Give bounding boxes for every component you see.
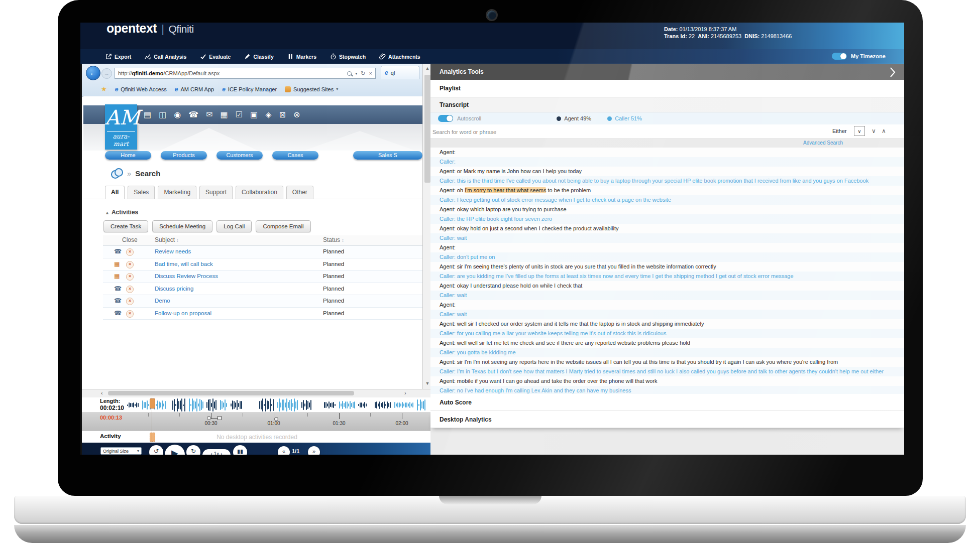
transcript-line[interactable]: Caller: wait	[430, 233, 904, 243]
table-row[interactable]: ☎✕DemoPlanned	[103, 295, 422, 308]
transcript-line[interactable]: Caller: no I've had enough I'm calling L…	[430, 386, 904, 394]
analytics-tools-header[interactable]: Analytics Tools	[430, 64, 904, 80]
playback-speed-control[interactable]: ‹ 1x ›	[202, 449, 231, 455]
search-icon[interactable]	[347, 71, 352, 76]
calendar-icon[interactable]: ▦	[221, 110, 228, 119]
tab-other[interactable]: Other	[286, 186, 313, 199]
selection-handle[interactable]	[274, 417, 278, 421]
horizontal-scrollbar[interactable]: ‹ ›	[82, 389, 432, 397]
transcript-line[interactable]: Caller: the HP elite book eight four sev…	[430, 214, 904, 224]
close-icon[interactable]: ×	[369, 70, 372, 76]
toolbar-item-stopwatch[interactable]: Stopwatch	[330, 53, 366, 60]
close-circle-icon[interactable]: ⊗	[293, 110, 300, 119]
transcript-line[interactable]: Caller:	[430, 157, 904, 167]
refresh-icon[interactable]: ↻	[361, 70, 365, 77]
transcript-line[interactable]: Agent: okay hold on just a second when I…	[430, 224, 904, 233]
transcript-line[interactable]: Agent: sir I'm seeing there's plenty of …	[430, 262, 904, 272]
transcript-line[interactable]: Agent: well well sir let me let me check…	[430, 338, 904, 348]
nav-products[interactable]: Products	[161, 151, 207, 160]
nav-home[interactable]: Home	[105, 151, 151, 160]
transcript-line[interactable]: Agent: mobile if you want I can go ahead…	[430, 376, 904, 386]
close-icon[interactable]: ✕	[126, 310, 134, 318]
toolbar-item-markers[interactable]: Markers	[287, 53, 316, 60]
create-task-button[interactable]: Create Task	[103, 220, 148, 232]
sort-icon[interactable]: ↕	[176, 237, 179, 243]
tab-sales[interactable]: Sales	[128, 186, 155, 199]
compose-email-button[interactable]: Compose Email	[256, 220, 310, 232]
close-icon[interactable]: ✕	[126, 248, 134, 256]
section-desktop-analytics[interactable]: Desktop Analytics	[430, 411, 904, 428]
timeline-ruler[interactable]: 00:00:13 00:3001:0001:3002:00	[82, 413, 432, 431]
section-auto-score[interactable]: Auto Score	[430, 394, 904, 411]
table-row[interactable]: ☎✕Review needsPlanned	[103, 246, 422, 258]
favorites-star-icon[interactable]: ★	[101, 85, 107, 93]
log-call-button[interactable]: Log Call	[216, 220, 252, 232]
phone-icon[interactable]: ☎	[188, 110, 198, 119]
transcript-line[interactable]: Caller: wait	[430, 310, 904, 319]
subject-link[interactable]: Discuss pricing	[155, 286, 193, 292]
address-bar[interactable]: http://qfiniti-demo/CRMApp/Default.aspx …	[115, 68, 376, 79]
toolbar-item-evaluate[interactable]: Evaluate	[200, 53, 231, 60]
favorite-qfiniti-web-access[interactable]: eQfiniti Web Access	[115, 86, 167, 93]
close-icon[interactable]: ✕	[126, 273, 134, 281]
table-row[interactable]: ☎✕Discuss pricingPlanned	[103, 283, 422, 296]
previous-call-button[interactable]: «	[278, 446, 290, 455]
tab-collaboration[interactable]: Collaboration	[236, 186, 283, 199]
toolbar-item-export[interactable]: Export	[105, 53, 131, 60]
marker-button[interactable]: ▮▮	[233, 445, 247, 455]
match-mode-select[interactable]: ∨	[854, 126, 865, 136]
transcript-line[interactable]: Caller: you gotta be kidding me	[430, 348, 904, 357]
selection-handles[interactable]	[207, 416, 222, 420]
coins-icon[interactable]: ◉	[174, 110, 181, 119]
scroll-right-icon[interactable]: ›	[404, 390, 406, 396]
briefcase-icon[interactable]: ◫	[159, 110, 166, 119]
transcript-line[interactable]: Caller: I keep getting out of stock erro…	[430, 195, 904, 205]
notes-icon[interactable]: ▣	[250, 110, 258, 119]
subject-link[interactable]: Discuss Review Process	[155, 273, 218, 279]
transcript-line[interactable]: Agent:	[430, 148, 904, 157]
transcript-search-input[interactable]	[431, 125, 775, 138]
close-icon[interactable]: ✕	[126, 286, 134, 293]
scrollbar-thumb[interactable]	[108, 391, 354, 395]
mail-icon[interactable]: ✉	[206, 110, 212, 119]
transcript-line[interactable]: Agent: oh I'm sorry to hear that what se…	[430, 186, 904, 195]
nav-sales-s[interactable]: Sales S	[353, 151, 422, 160]
transcript-line[interactable]: Agent:	[430, 243, 904, 252]
autoscroll-toggle[interactable]	[438, 115, 453, 122]
transcript-line[interactable]: Agent: sir I'm I'm not seeing any report…	[430, 357, 904, 367]
search-doc-icon[interactable]: ◈	[265, 110, 271, 119]
next-match-icon[interactable]: ∨	[872, 127, 876, 134]
section-transcript[interactable]: Transcript	[430, 97, 904, 112]
toolbar-item-attachments[interactable]: Attachments	[379, 53, 420, 60]
calendar-close-icon[interactable]: ⊠	[279, 110, 285, 119]
scrollbar-thumb[interactable]	[424, 75, 430, 183]
browser-forward-button[interactable]: →	[101, 68, 112, 79]
rewind-button[interactable]: ↺	[149, 445, 163, 455]
nav-cases[interactable]: Cases	[272, 151, 318, 160]
activity-marker-icon[interactable]	[150, 433, 155, 442]
tab-all[interactable]: All	[105, 186, 125, 199]
section-playlist[interactable]: Playlist	[430, 80, 904, 97]
timezone-toggle-group[interactable]: My Timezone	[832, 53, 886, 60]
transcript-line[interactable]: Caller: this is the third time I've call…	[430, 176, 904, 186]
transcript-line[interactable]: Caller: wait	[430, 291, 904, 300]
collapse-panel-icon[interactable]	[889, 67, 896, 80]
transcript-line[interactable]: Caller: are you kidding me I've filled u…	[430, 272, 904, 281]
toolbar-item-classify[interactable]: Classify	[244, 53, 273, 60]
scroll-left-icon[interactable]: ‹	[101, 390, 103, 396]
favorite-am-crm-app[interactable]: eAM CRM App	[175, 86, 214, 93]
next-call-button[interactable]: »	[308, 446, 320, 455]
col-status[interactable]: Status↕	[323, 236, 344, 243]
transcript-line[interactable]: Agent: okay which laptop are you trying …	[430, 205, 904, 214]
col-subject[interactable]: Subject↕	[155, 236, 179, 243]
subject-link[interactable]: Review needs	[155, 248, 191, 254]
table-row[interactable]: ▦✕Discuss Review ProcessPlanned	[103, 270, 422, 283]
transcript-line[interactable]: Agent: well sir I checked our order syst…	[430, 319, 904, 329]
transcript-line[interactable]: Agent: okay I understand please hold on …	[430, 281, 904, 291]
size-select[interactable]: Original Size▾	[100, 447, 142, 455]
close-icon[interactable]: ✕	[126, 298, 134, 305]
waveform-row[interactable]: Length: 00:02:10	[82, 397, 432, 413]
transcript-line[interactable]: Caller: I'm in Texas but I don't see how…	[430, 367, 904, 376]
audio-waveform[interactable]	[127, 397, 427, 413]
bookmark-marker-icon[interactable]	[150, 398, 155, 409]
